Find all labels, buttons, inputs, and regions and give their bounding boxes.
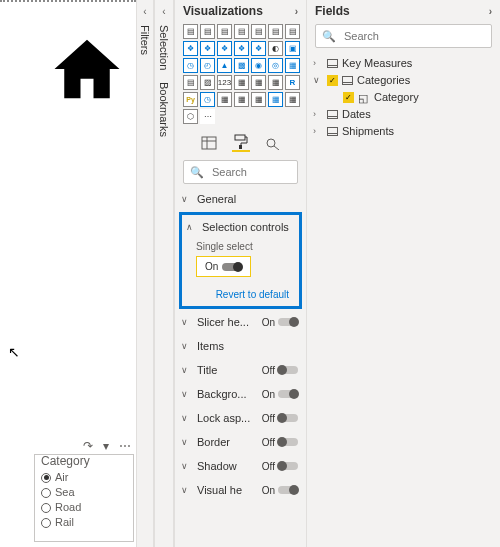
format-row-label: Slicer he...: [197, 316, 256, 328]
format-row[interactable]: ∨TitleOff: [179, 361, 300, 379]
viz-type-icon[interactable]: ◐: [268, 41, 283, 56]
viz-type-icon[interactable]: ❖: [200, 41, 215, 56]
chevron-down-icon: ∨: [181, 317, 191, 327]
checkbox-checked-icon[interactable]: ✓: [343, 92, 354, 103]
slicer-option[interactable]: Sea: [41, 485, 127, 500]
viz-type-icon[interactable]: ◷: [183, 58, 198, 73]
viz-type-icon[interactable]: ⬡: [183, 109, 198, 124]
fields-tab[interactable]: [200, 134, 218, 152]
report-canvas[interactable]: ↖ ↷ ▾ ⋯ Category Air Sea Road Rail: [0, 0, 136, 547]
viz-type-icon[interactable]: ▤: [251, 24, 266, 39]
format-row[interactable]: ∨Backgro...On: [179, 385, 300, 403]
format-section-general[interactable]: ∨ General: [179, 190, 300, 208]
format-row[interactable]: ∨Items: [179, 337, 300, 355]
format-row[interactable]: ∨ShadowOff: [179, 457, 300, 475]
viz-type-icon[interactable]: ▲: [217, 58, 232, 73]
viz-type-icon[interactable]: ▦: [285, 58, 300, 73]
bookmarks-label: Bookmarks: [158, 82, 170, 137]
svg-point-5: [267, 139, 275, 147]
chevron-left-icon[interactable]: ‹: [162, 6, 165, 17]
paint-roller-icon: [234, 134, 248, 150]
viz-type-icon[interactable]: ▦: [285, 92, 300, 107]
pane-title: Fields: [315, 4, 350, 18]
chevron-down-icon: ∨: [313, 75, 323, 85]
slicer-dropdown-icon[interactable]: ▾: [103, 439, 109, 453]
viz-type-icon[interactable]: ▤: [200, 24, 215, 39]
svg-rect-0: [202, 137, 216, 149]
viz-type-icon[interactable]: ▤: [183, 75, 198, 90]
format-row[interactable]: ∨BorderOff: [179, 433, 300, 451]
viz-type-icon[interactable]: ▨: [200, 75, 215, 90]
chevron-up-icon[interactable]: ∧: [186, 222, 196, 232]
viz-type-icon[interactable]: ▤: [268, 24, 283, 39]
viz-type-icon[interactable]: 123: [217, 75, 232, 90]
chevron-right-icon[interactable]: ›: [295, 6, 298, 17]
radio-icon: [41, 488, 51, 498]
format-row[interactable]: ∨Slicer he...On: [179, 313, 300, 331]
fields-tab-icon: [201, 136, 217, 150]
selection-rail[interactable]: ‹ Selection Bookmarks: [154, 0, 174, 547]
viz-type-icon[interactable]: ▦: [234, 92, 249, 107]
chevron-left-icon[interactable]: ‹: [143, 6, 146, 17]
analytics-tab[interactable]: [264, 134, 282, 152]
viz-type-icon[interactable]: ❖: [251, 41, 266, 56]
format-row[interactable]: ∨Visual heOn: [179, 481, 300, 499]
slicer-option[interactable]: Rail: [41, 515, 127, 530]
viz-type-icon[interactable]: ▤: [183, 24, 198, 39]
viz-type-icon[interactable]: ▦: [217, 92, 232, 107]
viz-type-icon[interactable]: ▦: [268, 92, 283, 107]
clear-filter-icon[interactable]: ↷: [83, 439, 93, 453]
format-row[interactable]: ∨Lock asp...Off: [179, 409, 300, 427]
slicer-option[interactable]: Air: [41, 470, 127, 485]
field-table[interactable]: ›Shipments: [313, 124, 494, 138]
viz-type-icon[interactable]: ▩: [234, 58, 249, 73]
filters-rail[interactable]: ‹ Filters: [136, 0, 154, 547]
viz-type-icon[interactable]: ◴: [200, 58, 215, 73]
search-icon: 🔍: [190, 166, 204, 179]
toggle[interactable]: Off: [262, 365, 298, 376]
chevron-right-icon: ›: [313, 58, 323, 68]
chevron-down-icon: ∨: [181, 194, 191, 204]
format-search[interactable]: 🔍: [183, 160, 298, 184]
field-table[interactable]: ›Key Measures: [313, 56, 494, 70]
field-column[interactable]: ✓◱Category: [313, 90, 494, 104]
viz-type-icon[interactable]: ▦: [251, 75, 266, 90]
viz-type-icon[interactable]: ▦: [251, 92, 266, 107]
field-table[interactable]: ∨✓Categories: [313, 73, 494, 87]
slicer-title: Category: [41, 454, 127, 468]
fields-search[interactable]: 🔍: [315, 24, 492, 48]
fields-search-input[interactable]: [342, 29, 485, 43]
viz-type-icon[interactable]: ❖: [217, 41, 232, 56]
viz-type-icon[interactable]: ▤: [234, 24, 249, 39]
svg-rect-3: [235, 135, 245, 140]
viz-type-icon[interactable]: Py: [183, 92, 198, 107]
viz-type-icon[interactable]: ▦: [234, 75, 249, 90]
single-select-toggle[interactable]: On: [196, 256, 251, 277]
format-tab[interactable]: [232, 134, 250, 152]
viz-type-icon[interactable]: ◎: [268, 58, 283, 73]
toggle[interactable]: Off: [262, 413, 298, 424]
field-table[interactable]: ›Dates: [313, 107, 494, 121]
viz-type-icon[interactable]: ▦: [268, 75, 283, 90]
toggle[interactable]: On: [262, 389, 298, 400]
more-viz-icon[interactable]: ⋯: [200, 109, 215, 124]
toggle[interactable]: On: [262, 485, 298, 496]
checkbox-checked-icon[interactable]: ✓: [327, 75, 338, 86]
slicer-option[interactable]: Road: [41, 500, 127, 515]
viz-type-icon[interactable]: ▤: [217, 24, 232, 39]
viz-type-icon[interactable]: ◷: [200, 92, 215, 107]
viz-type-icon[interactable]: ❖: [234, 41, 249, 56]
revert-to-default-link[interactable]: Revert to default: [186, 285, 295, 302]
format-row-label: Border: [197, 436, 256, 448]
viz-type-icon[interactable]: ▣: [285, 41, 300, 56]
viz-type-icon[interactable]: R: [285, 75, 300, 90]
viz-type-icon[interactable]: ◉: [251, 58, 266, 73]
toggle[interactable]: On: [262, 317, 298, 328]
viz-type-icon[interactable]: ▤: [285, 24, 300, 39]
viz-type-icon[interactable]: ❖: [183, 41, 198, 56]
chevron-right-icon[interactable]: ›: [489, 6, 492, 17]
slicer-visual[interactable]: ↷ ▾ ⋯ Category Air Sea Road Rail: [34, 454, 134, 542]
more-options-icon[interactable]: ⋯: [119, 439, 131, 453]
toggle[interactable]: Off: [262, 437, 298, 448]
toggle[interactable]: Off: [262, 461, 298, 472]
